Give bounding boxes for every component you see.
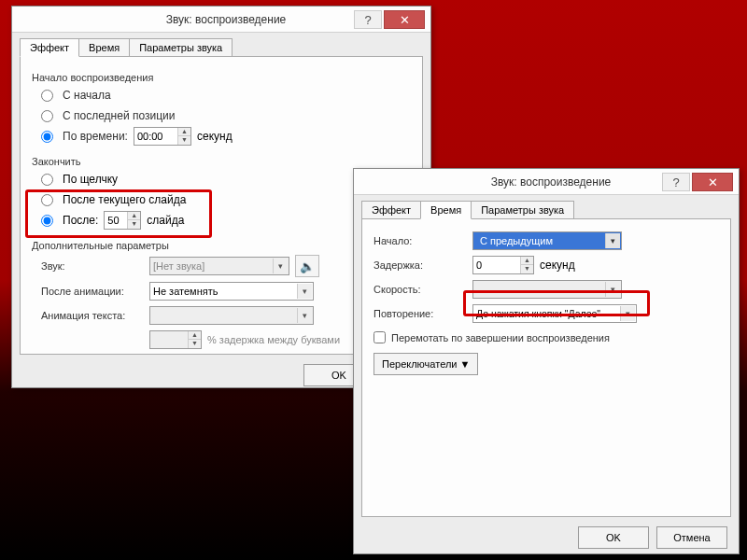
delay-input[interactable] [473,257,520,273]
start-combo[interactable]: С предыдущим ▾ [472,231,622,250]
close-button[interactable]: ✕ [692,173,733,191]
label-on-click: По щелчку [63,173,118,186]
label-from-begin: С начала [63,89,111,102]
chevron-down-icon[interactable]: ▾ [273,259,288,273]
repeat-combo[interactable]: До нажатия кнопки "Далее" ▾ [472,304,637,323]
tab-effect[interactable]: Эффект [20,38,79,57]
tabs: Эффект Время Параметры звука [20,38,423,57]
sound-combo[interactable]: [Нет звука]▾ [149,257,289,275]
chevron-down-icon[interactable]: ▾ [297,308,312,323]
tab-effect[interactable]: Эффект [361,201,421,219]
spinner-down-icon[interactable]: ▼ [521,265,533,273]
tab-time[interactable]: Время [420,201,472,219]
after-anim-combo[interactable]: Не затемнять▾ [149,282,314,301]
start-time-input[interactable] [134,128,177,145]
label-speed: Скорость: [374,284,467,295]
group-end: Закончить [32,156,411,167]
spinner-up-icon[interactable]: ▲ [128,212,140,220]
tab-sound-params[interactable]: Параметры звука [129,38,233,57]
chevron-down-icon[interactable]: ▾ [605,282,620,297]
close-button[interactable]: ✕ [384,10,425,29]
chevron-down-icon[interactable]: ▾ [605,233,620,248]
label-sound: Звук: [41,260,144,272]
label-after-current: После текущего слайда [63,193,186,206]
delay-letters-spinner: ▲▼ [149,330,202,349]
label-seconds: секунд [540,259,575,272]
anim-text-combo[interactable]: ▾ [149,306,314,325]
titlebar: Звук: воспроизведение ? ✕ [354,169,739,195]
tabs: Эффект Время Параметры звука [361,201,731,219]
radio-from-last[interactable] [41,110,53,122]
radio-after-current[interactable] [41,194,53,206]
label-delay-letters: % задержка между буквами [207,334,340,345]
spinner-down-icon[interactable]: ▼ [178,136,190,145]
chevron-down-icon[interactable]: ▾ [620,306,635,321]
speed-combo[interactable]: ▾ [472,280,622,299]
after-n-input[interactable] [105,212,127,229]
radio-after-n[interactable] [41,215,53,227]
label-by-time: По времени: [63,130,128,143]
chevron-down-icon[interactable]: ▾ [297,284,312,299]
chevron-down-icon: ▼ [460,358,471,370]
start-time-spinner[interactable]: ▲▼ [134,127,191,146]
label-after: После: [63,214,98,227]
radio-by-time[interactable] [41,131,53,143]
triggers-button[interactable]: Переключатели ▼ [374,353,478,375]
delay-spinner[interactable]: ▲▼ [472,256,534,274]
titlebar: Звук: воспроизведение ? ✕ [12,7,430,33]
group-start-playback: Начало воспроизведения [32,72,411,83]
tab-sound-params[interactable]: Параметры звука [471,201,574,219]
label-anim-text: Анимация текста: [41,310,144,321]
help-button[interactable]: ? [662,173,690,191]
dialog-sound-playback-2: Звук: воспроизведение ? ✕ Эффект Время П… [353,168,740,554]
tab-time[interactable]: Время [78,38,130,57]
rewind-checkbox[interactable] [374,331,386,343]
spinner-down-icon[interactable]: ▼ [128,220,140,229]
label-slide: слайда [147,214,184,227]
spinner-up-icon[interactable]: ▲ [178,128,190,136]
label-repeat: Повторение: [374,308,467,319]
label-after-anim: После анимации: [41,286,144,297]
label-start: Начало: [374,235,467,246]
label-rewind: Перемотать по завершении воспроизведения [391,332,610,343]
radio-from-begin[interactable] [41,90,53,102]
label-seconds: секунд [197,130,233,143]
radio-on-click[interactable] [41,174,53,186]
help-button[interactable]: ? [354,10,382,29]
ok-button[interactable]: OK [578,526,649,549]
speaker-icon-button[interactable]: 🔈 [295,255,319,277]
label-delay: Задержка: [374,259,467,271]
after-n-spinner[interactable]: ▲▼ [104,211,141,230]
spinner-up-icon[interactable]: ▲ [521,257,533,265]
cancel-button[interactable]: Отмена [656,526,727,549]
label-from-last: С последней позиции [63,109,175,122]
